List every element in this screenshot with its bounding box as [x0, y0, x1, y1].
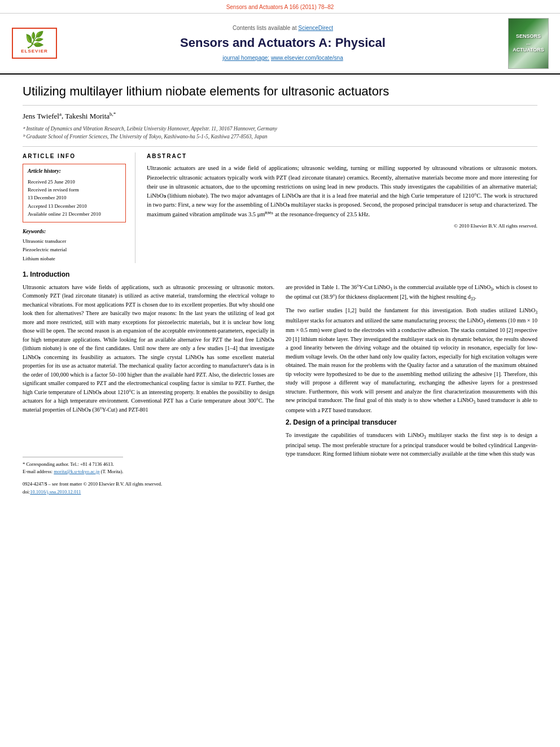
sensors-actuators-badge: SENSORS...ACTUATORS: [508, 18, 549, 69]
footnote-divider: [23, 457, 123, 457]
keywords-section: Keywords: Ultrasonic transducer Piezoele…: [23, 228, 126, 263]
elsevier-wordmark: ELSEVIER: [21, 48, 48, 54]
footnote-email: E-mail address: morita@k.u-tokyo.ac.jp (…: [23, 468, 274, 475]
abstract-text: Ultrasonic actuators are used in a wide …: [147, 164, 537, 219]
intro-para-2-part2: The two earlier studies [1,2] build the …: [286, 306, 537, 414]
intro-para-1: Ultrasonic actuators have wide fields of…: [23, 283, 274, 414]
history-label: Article history:: [28, 168, 121, 175]
author-morita: Takeshi Moritab,*: [65, 112, 116, 120]
elsevier-logo-area: 🌿 ELSEVIER: [9, 18, 60, 69]
author-twiefel: Jens Twiefela: [23, 112, 62, 120]
elsevier-logo: 🌿 ELSEVIER: [12, 28, 57, 59]
authors-line: Jens Twiefela, Takeshi Moritab,*: [23, 110, 537, 121]
keywords-label: Keywords:: [23, 228, 126, 235]
article-info-col: ARTICLE INFO Article history: Received 2…: [23, 152, 135, 263]
abstract-col: ABSTRACT Ultrasonic actuators are used i…: [147, 152, 537, 263]
journal-reference: Sensors and Actuators A 166 (2011) 78–82: [226, 4, 334, 10]
badge-text: SENSORS...ACTUATORS: [513, 33, 544, 53]
keywords-list: Ultrasonic transducer Piezoelectric mate…: [23, 237, 126, 263]
keyword-1: Ultrasonic transducer: [23, 237, 126, 246]
design-para-1: To investigate the capabilities of trans…: [286, 431, 537, 458]
intro-body-columns: Ultrasonic actuators have wide fields of…: [23, 283, 537, 496]
intro-col-1: Ultrasonic actuators have wide fields of…: [23, 283, 274, 496]
keyword-2: Piezoelectric material: [23, 246, 126, 254]
doi-line: doi:10.1016/j.sna.2010.12.011: [23, 489, 274, 496]
affiliations: ᵃ Institute of Dynamics and Vibration Re…: [23, 125, 537, 141]
intro-col-2: are provided in Table 1. The 36°Y-Cut Li…: [286, 283, 537, 496]
homepage-label: journal homepage:: [222, 55, 269, 61]
homepage-url[interactable]: www.elsevier.com/locate/sna: [271, 55, 343, 61]
intro-para-2-part1: are provided in Table 1. The 36°Y-Cut Li…: [286, 283, 537, 303]
article-info-heading: ARTICLE INFO: [23, 152, 126, 160]
history-dates: Received 25 June 2010 Received in revise…: [28, 178, 121, 219]
elsevier-tree-icon: 🌿: [25, 32, 45, 48]
journal-header-center: Contents lists available at ScienceDirec…: [65, 18, 500, 69]
abstract-heading: ABSTRACT: [147, 152, 537, 160]
journal-homepage-line: journal homepage: www.elsevier.com/locat…: [222, 54, 343, 62]
doi-link[interactable]: 10.1016/j.sna.2010.12.011: [30, 489, 81, 495]
sciencedirect-link[interactable]: ScienceDirect: [298, 25, 333, 31]
received-date: Received 25 June 2010: [28, 178, 121, 186]
info-abstract-section: ARTICLE INFO Article history: Received 2…: [23, 146, 537, 263]
article-history-box: Article history: Received 25 June 2010 R…: [23, 164, 126, 222]
top-bar: Sensors and Actuators A 166 (2011) 78–82: [0, 0, 560, 14]
journal-header: 🌿 ELSEVIER Contents lists available at S…: [0, 14, 560, 75]
available-online: Available online 21 December 2010: [28, 210, 121, 218]
design-section-title: 2. Design of a principal transducer: [286, 418, 537, 427]
affiliation-a: ᵃ Institute of Dynamics and Vibration Re…: [23, 125, 537, 133]
keyword-3: Lithium niobate: [23, 255, 126, 263]
received-revised-date: 13 December 2010: [28, 194, 121, 202]
sciencedirect-line: Contents lists available at ScienceDirec…: [233, 24, 333, 32]
received-revised-label: Received in revised form: [28, 186, 121, 194]
affiliation-b: ᵇ Graduate School of Frontier Sciences, …: [23, 133, 537, 141]
intro-section-title: 1. Introduction: [23, 270, 537, 279]
journal-title: Sensors and Actuators A: Physical: [180, 34, 386, 52]
sensors-badge-area: SENSORS...ACTUATORS: [506, 18, 551, 69]
issn-line: 0924-4247/$ – see front matter © 2010 El…: [23, 481, 274, 488]
article-title: Utilizing multilayer lithium niobate ele…: [23, 84, 537, 106]
footnote-email-link[interactable]: morita@k.u-tokyo.ac.jp: [54, 469, 99, 474]
accepted-date: Accepted 13 December 2010: [28, 202, 121, 210]
footnote-corresponding: * Corresponding author. Tel.: +81 4 7136…: [23, 461, 274, 468]
abstract-copyright: © 2010 Elsevier B.V. All rights reserved…: [147, 222, 537, 230]
article-content: Utilizing multilayer lithium niobate ele…: [0, 75, 560, 505]
